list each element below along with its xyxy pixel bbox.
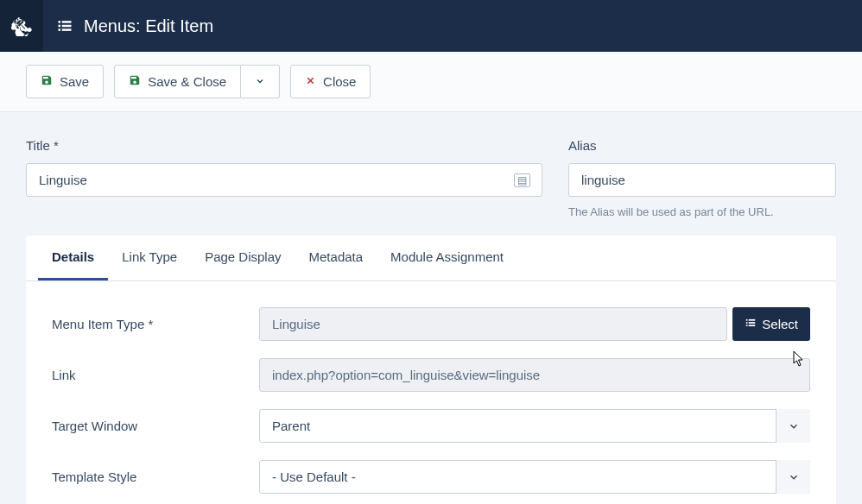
template-style-select[interactable]: - Use Default -: [259, 460, 810, 494]
link-label: Link: [52, 368, 242, 382]
save-close-button-label: Save & Close: [148, 74, 226, 89]
svg-rect-1: [62, 21, 72, 23]
save-icon: [41, 74, 53, 89]
save-close-button[interactable]: Save & Close: [114, 65, 241, 98]
save-close-group: Save & Close: [114, 65, 280, 98]
title-input[interactable]: [26, 163, 542, 197]
save-icon: [129, 74, 141, 89]
alias-help-text: The Alias will be used as part of the UR…: [568, 205, 836, 218]
tab-link-type[interactable]: Link Type: [108, 236, 191, 280]
page-title: Menus: Edit Item: [84, 16, 213, 36]
save-dropdown-button[interactable]: [241, 65, 280, 98]
title-alias-row: Title * ▤ Alias The Alias will be used a…: [0, 112, 862, 236]
svg-rect-9: [749, 319, 756, 321]
close-button-label: Close: [323, 74, 356, 89]
autofill-icon: ▤: [514, 173, 530, 187]
close-icon: [305, 74, 316, 89]
menu-item-type-select-button[interactable]: Select: [732, 307, 810, 341]
menu-item-type-value: [259, 307, 727, 341]
alias-field-wrap: Alias The Alias will be used as part of …: [568, 138, 836, 218]
menu-item-type-label: Menu Item Type *: [52, 317, 242, 331]
alias-input[interactable]: [568, 163, 836, 197]
select-button-label: Select: [762, 317, 798, 331]
header-title-area: Menus: Edit Item: [43, 0, 213, 52]
row-menu-item-type: Menu Item Type * Select: [52, 307, 810, 341]
joomla-logo[interactable]: [0, 0, 43, 52]
tabs: Details Link Type Page Display Metadata …: [26, 236, 836, 281]
svg-rect-5: [62, 28, 72, 31]
joomla-icon: [11, 16, 32, 36]
tab-details[interactable]: Details: [38, 236, 108, 280]
svg-rect-0: [59, 21, 61, 23]
close-button[interactable]: Close: [290, 65, 371, 98]
row-link: Link: [52, 358, 810, 392]
svg-rect-11: [749, 322, 756, 324]
svg-rect-4: [59, 28, 61, 31]
svg-rect-8: [746, 319, 748, 321]
row-template-style: Template Style - Use Default -: [52, 460, 810, 494]
alias-label: Alias: [568, 138, 836, 153]
svg-rect-2: [59, 25, 61, 28]
svg-rect-13: [749, 324, 756, 326]
template-style-label: Template Style: [52, 469, 242, 484]
toolbar: Save Save & Close Close: [0, 52, 862, 112]
target-window-select[interactable]: Parent: [259, 409, 810, 443]
save-button-label: Save: [60, 74, 89, 89]
list-icon: [56, 17, 73, 35]
list-icon: [745, 317, 757, 331]
save-button[interactable]: Save: [26, 65, 104, 98]
tab-module-assignment[interactable]: Module Assignment: [377, 236, 517, 280]
svg-rect-10: [746, 322, 748, 324]
link-value: [259, 358, 810, 392]
target-window-label: Target Window: [52, 419, 242, 433]
row-target-window: Target Window Parent: [52, 409, 810, 443]
title-label: Title *: [26, 138, 542, 153]
title-field-wrap: Title * ▤: [26, 138, 542, 218]
top-header: Menus: Edit Item: [0, 0, 862, 52]
form-details: Menu Item Type * Select Link: [26, 281, 836, 504]
content-card: Details Link Type Page Display Metadata …: [26, 236, 836, 504]
svg-rect-12: [746, 324, 748, 326]
tab-metadata[interactable]: Metadata: [295, 236, 377, 280]
chevron-down-icon: [255, 74, 265, 89]
tab-page-display[interactable]: Page Display: [191, 236, 295, 280]
svg-rect-3: [62, 25, 72, 28]
